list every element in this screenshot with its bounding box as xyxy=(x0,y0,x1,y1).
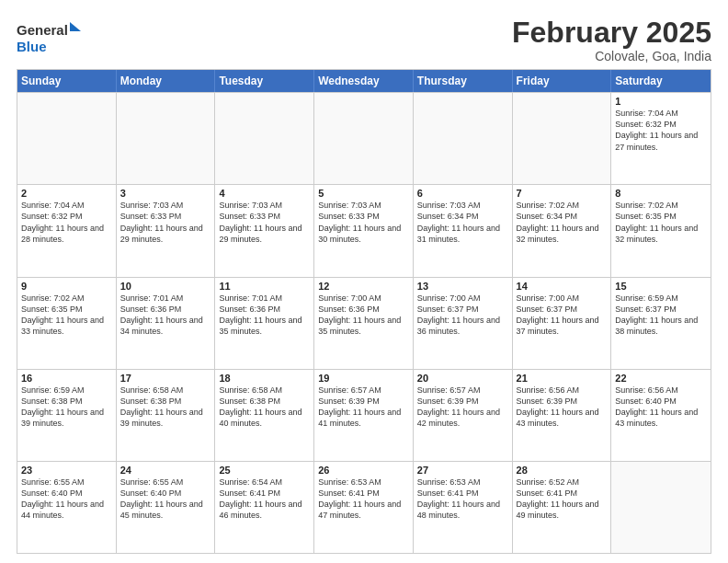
calendar-week-2: 2 Sunrise: 7:04 AMSunset: 6:32 PMDayligh… xyxy=(17,184,711,276)
calendar-page: General Blue February 2025 Colovale, Goa… xyxy=(0,0,728,563)
day-info: Sunrise: 7:00 AMSunset: 6:36 PMDaylight:… xyxy=(318,293,409,338)
day-info: Sunrise: 6:59 AMSunset: 6:37 PMDaylight:… xyxy=(615,293,707,338)
day-cell-27: 27 Sunrise: 6:53 AMSunset: 6:41 PMDaylig… xyxy=(414,462,513,553)
day-info: Sunrise: 7:02 AMSunset: 6:35 PMDaylight:… xyxy=(21,293,112,338)
day-number: 25 xyxy=(219,465,310,476)
day-info: Sunrise: 7:02 AMSunset: 6:34 PMDaylight:… xyxy=(517,200,608,245)
calendar-week-4: 16 Sunrise: 6:59 AMSunset: 6:38 PMDaylig… xyxy=(17,369,711,461)
day-cell-9: 9 Sunrise: 7:02 AMSunset: 6:35 PMDayligh… xyxy=(17,278,117,369)
day-number: 10 xyxy=(120,281,211,292)
day-info: Sunrise: 6:52 AMSunset: 6:41 PMDaylight:… xyxy=(517,477,608,522)
day-number: 14 xyxy=(517,281,608,292)
calendar-body: 1 Sunrise: 7:04 AMSunset: 6:32 PMDayligh… xyxy=(17,92,711,553)
svg-text:Blue: Blue xyxy=(17,39,47,54)
day-info: Sunrise: 7:00 AMSunset: 6:37 PMDaylight:… xyxy=(517,293,608,338)
calendar-week-3: 9 Sunrise: 7:02 AMSunset: 6:35 PMDayligh… xyxy=(17,277,711,369)
day-info: Sunrise: 7:02 AMSunset: 6:35 PMDaylight:… xyxy=(615,200,707,245)
header-day-wednesday: Wednesday xyxy=(314,70,414,92)
day-number: 6 xyxy=(417,188,508,199)
day-number: 8 xyxy=(615,188,707,199)
day-info: Sunrise: 6:53 AMSunset: 6:41 PMDaylight:… xyxy=(417,477,508,522)
empty-cell-0-3 xyxy=(314,93,414,184)
day-number: 21 xyxy=(517,373,608,384)
day-number: 18 xyxy=(219,373,310,384)
day-number: 7 xyxy=(517,188,608,199)
day-cell-3: 3 Sunrise: 7:03 AMSunset: 6:33 PMDayligh… xyxy=(117,185,216,276)
day-number: 2 xyxy=(21,188,112,199)
header-day-tuesday: Tuesday xyxy=(215,70,314,92)
day-info: Sunrise: 6:58 AMSunset: 6:38 PMDaylight:… xyxy=(120,385,211,430)
calendar-week-5: 23 Sunrise: 6:55 AMSunset: 6:40 PMDaylig… xyxy=(17,461,711,553)
calendar-header: SundayMondayTuesdayWednesdayThursdayFrid… xyxy=(17,70,711,92)
day-number: 12 xyxy=(318,281,409,292)
day-info: Sunrise: 7:03 AMSunset: 6:33 PMDaylight:… xyxy=(219,200,310,245)
day-info: Sunrise: 6:56 AMSunset: 6:39 PMDaylight:… xyxy=(517,385,608,430)
day-number: 20 xyxy=(417,373,508,384)
day-number: 28 xyxy=(517,465,608,476)
header-day-saturday: Saturday xyxy=(611,70,711,92)
day-number: 5 xyxy=(318,188,409,199)
day-number: 13 xyxy=(417,281,508,292)
day-cell-13: 13 Sunrise: 7:00 AMSunset: 6:37 PMDaylig… xyxy=(414,278,513,369)
day-number: 24 xyxy=(120,465,211,476)
logo-icon: General Blue xyxy=(17,17,83,57)
calendar: SundayMondayTuesdayWednesdayThursdayFrid… xyxy=(17,69,711,554)
header-day-thursday: Thursday xyxy=(414,70,513,92)
day-cell-21: 21 Sunrise: 6:56 AMSunset: 6:39 PMDaylig… xyxy=(513,370,612,461)
day-info: Sunrise: 7:04 AMSunset: 6:32 PMDaylight:… xyxy=(615,108,707,153)
day-cell-17: 17 Sunrise: 6:58 AMSunset: 6:38 PMDaylig… xyxy=(117,370,216,461)
title-block: February 2025 Colovale, Goa, India xyxy=(512,17,711,63)
day-info: Sunrise: 6:53 AMSunset: 6:41 PMDaylight:… xyxy=(318,477,409,522)
calendar-week-1: 1 Sunrise: 7:04 AMSunset: 6:32 PMDayligh… xyxy=(17,92,711,184)
day-cell-16: 16 Sunrise: 6:59 AMSunset: 6:38 PMDaylig… xyxy=(17,370,117,461)
day-info: Sunrise: 6:55 AMSunset: 6:40 PMDaylight:… xyxy=(120,477,211,522)
empty-cell-0-2 xyxy=(215,93,314,184)
day-info: Sunrise: 7:04 AMSunset: 6:32 PMDaylight:… xyxy=(21,200,112,245)
svg-text:General: General xyxy=(17,22,68,38)
day-info: Sunrise: 6:58 AMSunset: 6:38 PMDaylight:… xyxy=(219,385,310,430)
day-cell-6: 6 Sunrise: 7:03 AMSunset: 6:34 PMDayligh… xyxy=(414,185,513,276)
day-cell-14: 14 Sunrise: 7:00 AMSunset: 6:37 PMDaylig… xyxy=(513,278,612,369)
header-day-monday: Monday xyxy=(117,70,216,92)
day-info: Sunrise: 7:01 AMSunset: 6:36 PMDaylight:… xyxy=(120,293,211,338)
day-cell-22: 22 Sunrise: 6:56 AMSunset: 6:40 PMDaylig… xyxy=(611,370,711,461)
day-cell-7: 7 Sunrise: 7:02 AMSunset: 6:34 PMDayligh… xyxy=(513,185,612,276)
day-number: 27 xyxy=(417,465,508,476)
day-cell-19: 19 Sunrise: 6:57 AMSunset: 6:39 PMDaylig… xyxy=(314,370,414,461)
day-number: 22 xyxy=(615,373,707,384)
day-cell-12: 12 Sunrise: 7:00 AMSunset: 6:36 PMDaylig… xyxy=(314,278,414,369)
day-cell-18: 18 Sunrise: 6:58 AMSunset: 6:38 PMDaylig… xyxy=(215,370,314,461)
day-info: Sunrise: 6:54 AMSunset: 6:41 PMDaylight:… xyxy=(219,477,310,522)
day-info: Sunrise: 6:55 AMSunset: 6:40 PMDaylight:… xyxy=(21,477,112,522)
day-cell-25: 25 Sunrise: 6:54 AMSunset: 6:41 PMDaylig… xyxy=(215,462,314,553)
location: Colovale, Goa, India xyxy=(512,49,711,63)
day-number: 11 xyxy=(219,281,310,292)
day-number: 4 xyxy=(219,188,310,199)
day-info: Sunrise: 7:00 AMSunset: 6:37 PMDaylight:… xyxy=(417,293,508,338)
day-cell-4: 4 Sunrise: 7:03 AMSunset: 6:33 PMDayligh… xyxy=(215,185,314,276)
day-number: 26 xyxy=(318,465,409,476)
day-number: 17 xyxy=(120,373,211,384)
day-info: Sunrise: 6:59 AMSunset: 6:38 PMDaylight:… xyxy=(21,385,112,430)
day-cell-23: 23 Sunrise: 6:55 AMSunset: 6:40 PMDaylig… xyxy=(17,462,117,553)
day-info: Sunrise: 6:56 AMSunset: 6:40 PMDaylight:… xyxy=(615,385,707,430)
day-cell-10: 10 Sunrise: 7:01 AMSunset: 6:36 PMDaylig… xyxy=(117,278,216,369)
day-number: 3 xyxy=(120,188,211,199)
day-number: 9 xyxy=(21,281,112,292)
day-number: 16 xyxy=(21,373,112,384)
empty-cell-0-4 xyxy=(414,93,513,184)
svg-marker-2 xyxy=(70,22,81,31)
day-cell-15: 15 Sunrise: 6:59 AMSunset: 6:37 PMDaylig… xyxy=(611,278,711,369)
day-number: 1 xyxy=(615,96,707,107)
empty-cell-4-6 xyxy=(611,462,711,553)
month-title: February 2025 xyxy=(512,17,711,49)
day-info: Sunrise: 6:57 AMSunset: 6:39 PMDaylight:… xyxy=(318,385,409,430)
header-day-sunday: Sunday xyxy=(17,70,117,92)
page-header: General Blue February 2025 Colovale, Goa… xyxy=(17,17,711,63)
day-cell-2: 2 Sunrise: 7:04 AMSunset: 6:32 PMDayligh… xyxy=(17,185,117,276)
day-info: Sunrise: 7:03 AMSunset: 6:34 PMDaylight:… xyxy=(417,200,508,245)
day-info: Sunrise: 7:01 AMSunset: 6:36 PMDaylight:… xyxy=(219,293,310,338)
day-cell-24: 24 Sunrise: 6:55 AMSunset: 6:40 PMDaylig… xyxy=(117,462,216,553)
header-day-friday: Friday xyxy=(513,70,612,92)
day-info: Sunrise: 7:03 AMSunset: 6:33 PMDaylight:… xyxy=(318,200,409,245)
